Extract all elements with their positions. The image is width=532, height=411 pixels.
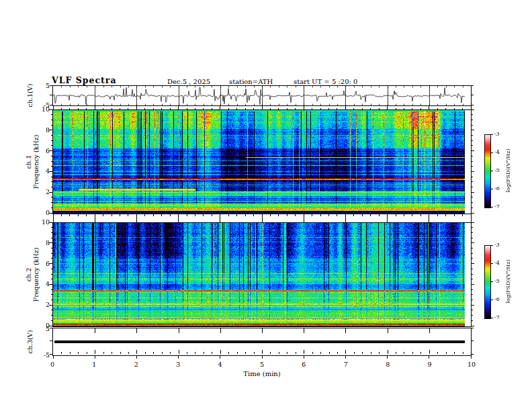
tick-mark: [78, 214, 79, 216]
tick-mark: [471, 340, 474, 341]
tick-mark: [471, 140, 473, 141]
tick-mark: [420, 352, 421, 354]
tick-mark: [95, 356, 95, 359]
ch3-wave-ytick: -5: [38, 352, 50, 359]
tick-mark: [454, 352, 455, 354]
tick-mark: [51, 269, 53, 269]
tick-mark: [471, 187, 473, 187]
time-xtick: 8: [380, 361, 395, 368]
tick-mark: [69, 108, 70, 110]
tick-mark: [61, 108, 62, 110]
ch1-wave-ytick: 5: [38, 83, 50, 89]
tick-mark: [136, 356, 137, 359]
tick-mark: [471, 269, 473, 269]
tick-mark: [379, 352, 380, 354]
tick-mark: [162, 352, 163, 354]
tick-mark: [471, 114, 473, 115]
tick-mark: [471, 105, 474, 105]
tick-mark: [471, 238, 473, 238]
tick-mark: [429, 356, 429, 359]
ch3-waveform-panel: [52, 328, 472, 356]
tick-mark: [387, 106, 388, 109]
tick-mark: [179, 328, 179, 333]
ch1-spec-ytick: 6: [38, 148, 50, 154]
ch2-spectrogram-panel: [52, 222, 472, 327]
ch2-frequency-axis-line1: ch.2: [26, 248, 33, 302]
tick-mark: [254, 352, 255, 354]
tick-mark: [70, 352, 71, 354]
tick-mark: [112, 108, 112, 110]
tick-mark: [51, 114, 53, 115]
colorbar-tick-label: -5: [494, 279, 500, 284]
tick-mark: [304, 328, 304, 333]
tick-mark: [120, 108, 120, 110]
tick-mark: [396, 352, 396, 354]
tick-mark: [278, 108, 279, 110]
tick-mark: [170, 108, 171, 110]
tick-mark: [187, 352, 187, 354]
tick-mark: [412, 352, 413, 354]
tick-mark: [412, 214, 412, 216]
tick-mark: [51, 315, 53, 316]
start-ut-label: start UT = 5 :20: 0: [294, 78, 357, 85]
tick-mark: [253, 214, 254, 216]
tick-mark: [220, 214, 220, 222]
tick-mark: [471, 326, 474, 326]
tick-mark: [195, 108, 195, 110]
colorbar-tick-label: -7: [494, 204, 500, 210]
tick-mark: [245, 108, 246, 110]
ch3-voltage-axis-label: ch.3(V): [27, 330, 34, 354]
ch2-spec-ytick: 6: [38, 261, 50, 267]
tick-mark: [51, 156, 53, 156]
tick-mark: [228, 214, 229, 216]
tick-mark: [429, 328, 430, 333]
tick-mark: [328, 214, 329, 216]
tick-mark: [61, 214, 62, 216]
tick-mark: [51, 177, 53, 177]
tick-mark: [195, 352, 195, 354]
tick-mark: [471, 202, 473, 203]
ch2-spec-ytick: 8: [38, 240, 50, 246]
colorbar-tick-label: -5: [494, 168, 500, 173]
tick-mark: [420, 108, 421, 110]
tick-mark: [337, 108, 337, 110]
tick-mark: [362, 108, 363, 110]
tick-mark: [471, 156, 473, 156]
tick-mark: [195, 214, 195, 216]
tick-mark: [471, 125, 473, 126]
tick-mark: [437, 352, 438, 354]
tick-mark: [145, 352, 146, 354]
tick-mark: [245, 352, 246, 354]
tick-mark: [471, 106, 472, 109]
tick-mark: [345, 328, 346, 333]
tick-mark: [51, 125, 53, 126]
tick-mark: [51, 202, 53, 203]
tick-mark: [50, 105, 52, 105]
colorbar-2-gradient: [485, 246, 490, 318]
tick-mark: [95, 350, 95, 354]
tick-mark: [471, 227, 473, 228]
station-label: station=ATH: [229, 78, 273, 85]
tick-mark: [471, 289, 473, 290]
tick-mark: [471, 305, 474, 306]
tick-mark: [136, 106, 137, 109]
tick-mark: [86, 108, 87, 110]
tick-mark: [471, 320, 473, 321]
tick-mark: [387, 356, 388, 359]
tick-mark: [51, 279, 53, 279]
tick-mark: [136, 350, 137, 354]
tick-mark: [120, 352, 121, 354]
tick-mark: [69, 214, 70, 216]
ch2-spec-ytick: 2: [38, 302, 50, 308]
tick-mark: [51, 232, 53, 233]
time-xtick: 7: [339, 361, 353, 368]
tick-mark: [236, 108, 237, 110]
ch1-spec-ytick: 0: [38, 210, 50, 216]
page-title: VLF Spectra: [52, 75, 117, 85]
tick-mark: [153, 214, 154, 216]
tick-mark: [51, 238, 53, 238]
tick-mark: [170, 214, 171, 216]
tick-mark: [345, 350, 346, 354]
tick-mark: [304, 106, 304, 109]
tick-mark: [103, 108, 103, 110]
